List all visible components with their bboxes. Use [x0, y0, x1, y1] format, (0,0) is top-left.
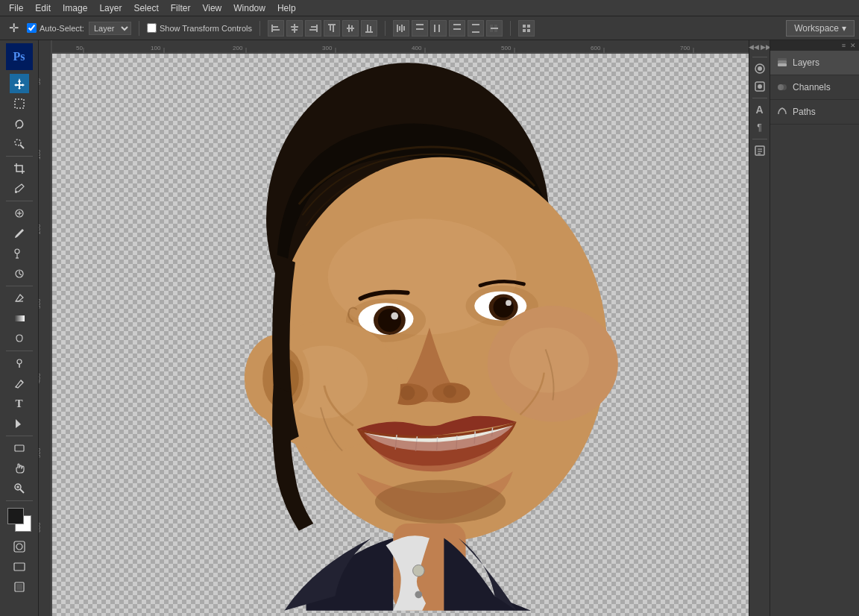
menu-window[interactable]: Window	[227, 1, 271, 15]
quick-mask-btn[interactable]	[10, 537, 29, 556]
align-center-btn[interactable]	[286, 20, 303, 37]
svg-point-106	[443, 385, 456, 398]
dist-top-btn[interactable]	[449, 20, 465, 37]
menu-view[interactable]: View	[196, 1, 227, 15]
layers-tab-icon	[776, 57, 788, 69]
svg-rect-0	[271, 25, 273, 32]
toolbar-sep-2	[6, 201, 33, 201]
history-panel-icon[interactable]	[752, 142, 768, 159]
ruler-left: 50 100 200 300 400 500 600	[39, 40, 52, 616]
svg-rect-2	[273, 29, 280, 31]
panel-collapse-arrows: ◀◀ ▶▶	[749, 43, 771, 51]
blur-btn[interactable]	[10, 329, 29, 348]
layer-select[interactable]: Layer Group	[89, 22, 131, 35]
crop-tool-btn[interactable]	[10, 159, 29, 178]
eraser-btn[interactable]	[10, 289, 29, 308]
hand-btn[interactable]	[10, 459, 29, 478]
separator-3	[385, 21, 386, 36]
svg-rect-20	[399, 26, 400, 31]
menu-filter[interactable]: Filter	[165, 1, 197, 15]
svg-rect-1	[273, 26, 278, 28]
quick-select-btn[interactable]	[10, 134, 29, 154]
svg-rect-38	[15, 99, 24, 108]
menu-select[interactable]: Select	[128, 1, 164, 15]
svg-rect-63	[39, 40, 749, 54]
svg-text:600: 600	[591, 45, 601, 51]
svg-rect-33	[523, 25, 526, 28]
svg-rect-9	[328, 24, 336, 25]
text-panel-icon[interactable]: A	[752, 101, 768, 118]
menu-layer[interactable]: Layer	[93, 1, 128, 15]
move-tool-btn[interactable]	[10, 74, 29, 93]
separator-1	[139, 21, 139, 36]
toolbar-sep-1	[6, 156, 33, 157]
eyedropper-btn[interactable]	[10, 179, 29, 198]
auto-select-checkbox[interactable]: Auto-Select:	[27, 23, 84, 33]
paragraph-panel-icon[interactable]: ¶	[752, 119, 768, 136]
portrait-svg	[52, 54, 749, 616]
healing-brush-btn[interactable]	[10, 204, 29, 223]
menu-image[interactable]: Image	[57, 1, 93, 15]
path-selection-btn[interactable]	[10, 414, 29, 433]
svg-marker-52	[16, 419, 21, 428]
history-btn[interactable]	[10, 264, 29, 283]
svg-rect-18	[397, 25, 398, 32]
fullscreen-btn[interactable]	[10, 577, 29, 597]
adjustment-panel-icon[interactable]	[752, 60, 768, 77]
paths-tab[interactable]: Paths	[770, 100, 859, 125]
dist-center-btn[interactable]	[412, 20, 428, 37]
gradient-btn[interactable]	[10, 309, 29, 328]
clone-stamp-btn[interactable]	[10, 244, 29, 263]
panel-close-icon[interactable]: ✕	[850, 42, 856, 49]
svg-rect-10	[330, 25, 331, 31]
shape-btn[interactable]	[10, 439, 29, 458]
mask-panel-icon[interactable]	[752, 78, 768, 95]
strip-sep-1	[752, 57, 767, 57]
svg-text:100: 100	[151, 45, 161, 51]
svg-rect-16	[367, 25, 368, 31]
layers-tab[interactable]: Layers	[770, 51, 859, 75]
svg-rect-11	[333, 25, 334, 32]
align-middle-btn[interactable]	[342, 20, 359, 37]
panel-minimize-icon[interactable]: ≡	[842, 42, 846, 49]
svg-point-45	[15, 249, 19, 254]
lasso-tool-btn[interactable]	[10, 114, 29, 133]
svg-rect-14	[351, 25, 353, 31]
menu-help[interactable]: Help	[271, 1, 302, 15]
dodge-btn[interactable]	[10, 353, 29, 373]
svg-rect-5	[292, 29, 298, 31]
arrange-btn[interactable]	[518, 20, 535, 37]
strip-sep-3	[752, 139, 767, 139]
workspace-arrow-icon: ▾	[842, 23, 846, 34]
align-left-btn[interactable]	[268, 20, 284, 37]
zoom-btn[interactable]	[10, 479, 29, 498]
brush-tool-btn[interactable]	[10, 224, 29, 243]
screen-mode-btn[interactable]	[10, 557, 29, 576]
channels-tab[interactable]: Channels	[770, 75, 859, 100]
pen-btn[interactable]	[10, 374, 29, 393]
align-bottom-btn[interactable]	[361, 20, 377, 37]
workspace-button[interactable]: Workspace ▾	[786, 20, 855, 37]
menu-edit[interactable]: Edit	[29, 1, 57, 15]
svg-point-59	[16, 544, 22, 550]
svg-text:300: 300	[39, 298, 42, 309]
svg-point-39	[15, 139, 21, 145]
dist-middle-btn[interactable]	[468, 20, 484, 37]
collapse-left-icon[interactable]: ◀◀	[749, 43, 759, 51]
fg-color-swatch[interactable]	[7, 508, 24, 524]
dist-right-btn[interactable]	[430, 20, 447, 37]
svg-rect-23	[416, 28, 424, 30]
svg-rect-24	[434, 25, 435, 32]
color-swatch[interactable]	[6, 506, 33, 533]
dist-bottom-btn[interactable]	[486, 20, 503, 37]
align-top-btn[interactable]	[324, 20, 340, 37]
transform-controls-checkbox[interactable]: Show Transform Controls	[147, 23, 252, 33]
marquee-tool-btn[interactable]	[10, 94, 29, 113]
type-btn[interactable]: T	[10, 394, 29, 413]
menu-file[interactable]: File	[3, 1, 29, 15]
align-right-btn[interactable]	[305, 20, 321, 37]
svg-rect-34	[527, 25, 530, 28]
move-tool-indicator: ✛	[4, 19, 22, 37]
dist-left-btn[interactable]	[393, 20, 409, 37]
channels-tab-icon	[776, 81, 788, 93]
